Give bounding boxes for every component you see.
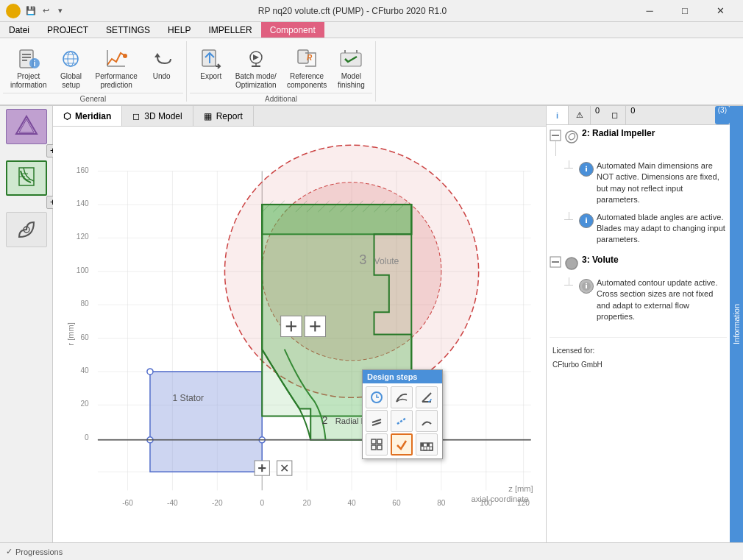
dropdown-icon[interactable]: ▾	[54, 5, 66, 17]
impeller-node-title: 2: Radial Impeller	[582, 128, 655, 138]
ribbon-section-additional: Export Batch mode/Optimization	[187, 41, 377, 102]
bottom-bar: ✓ Progressions	[0, 542, 743, 560]
ds-btn-8[interactable]	[391, 433, 413, 456]
ds-btn-1[interactable]	[366, 386, 388, 408]
svg-text:axial coordinate: axial coordinate	[471, 495, 528, 503]
svg-point-11	[123, 54, 127, 58]
error-tab[interactable]: ◻	[604, 106, 626, 124]
ribbon: i Projectinformation Globalsetup	[0, 38, 743, 106]
svg-point-137	[586, 166, 587, 168]
impeller-info-2: Automated blade angles are active. Blade…	[597, 212, 727, 246]
svg-text:60: 60	[392, 499, 401, 507]
tab-3d-model[interactable]: ◻ 3D Model	[122, 106, 193, 126]
impeller-info-1: Automated Main dimensions are NOT active…	[597, 160, 727, 206]
svg-point-140	[586, 217, 587, 219]
canvas-content: radial coordinate r [mm] 160 140 120 100…	[53, 127, 546, 542]
model-finishing-button[interactable]: Modelfinishing	[333, 44, 369, 93]
svg-text:-40: -40	[167, 499, 178, 507]
general-section-label: General	[3, 93, 183, 104]
bottom-check-icon: ✓	[6, 547, 13, 556]
menu-datei[interactable]: Datei	[0, 22, 38, 38]
menu-component[interactable]: Component	[261, 22, 324, 38]
warning-tab[interactable]: ⚠	[569, 106, 591, 124]
project-information-button[interactable]: i Projectinformation	[6, 44, 51, 93]
svg-rect-126	[377, 445, 382, 450]
export-label: Export	[200, 72, 221, 81]
ds-btn-6[interactable]	[416, 410, 438, 432]
tab-report[interactable]: ▦ Report	[193, 106, 254, 126]
warning-count: 0	[591, 106, 604, 124]
svg-text:2: 2	[321, 414, 327, 426]
performance-prediction-button[interactable]: Performanceprediction	[90, 44, 141, 93]
global-setup-button[interactable]: Globalsetup	[52, 44, 89, 93]
ds-btn-9[interactable]	[416, 433, 438, 456]
export-button[interactable]: Export	[193, 44, 230, 84]
report-icon: ▦	[204, 111, 212, 121]
batch-label: Batch mode/Optimization	[235, 72, 277, 90]
right-panel-wrapper: i ⚠ 0 ◻ 0 (3)	[546, 106, 743, 542]
tab-meridian[interactable]: ⬡ Meridian	[53, 106, 122, 126]
menu-impeller[interactable]: IMPELLER	[199, 22, 260, 38]
3d-model-label: 3D Model	[144, 111, 182, 121]
window-title: RP nq20 volute.cft (PUMP) - CFturbo 2020…	[72, 6, 633, 16]
canvas-tabs: ⬡ Meridian ◻ 3D Model ▦ Report	[53, 106, 546, 127]
svg-point-143	[566, 258, 577, 269]
menu-settings[interactable]: SETTINGS	[97, 22, 159, 38]
project-info-icon: i	[17, 47, 40, 71]
undo-label: Undo	[153, 72, 171, 81]
reference-label: Referencecomponents	[287, 72, 327, 90]
reference-components-button[interactable]: R Referencecomponents	[282, 44, 331, 93]
batch-mode-button[interactable]: Batch mode/Optimization	[231, 44, 281, 93]
finishing-label: Modelfinishing	[338, 72, 365, 90]
svg-rect-134	[566, 131, 577, 143]
ribbon-additional-items: Export Batch mode/Optimization	[190, 41, 373, 93]
volute-node-icon	[564, 256, 579, 271]
svg-text:0: 0	[85, 433, 89, 442]
ds-btn-5[interactable]	[391, 410, 413, 432]
quick-access-toolbar: 💾 ↩ ▾	[25, 5, 66, 17]
impeller-button[interactable]	[6, 160, 47, 196]
svg-text:40: 40	[347, 499, 356, 507]
maximize-button[interactable]: □	[668, 0, 702, 22]
svg-rect-128	[421, 443, 424, 447]
ds-btn-2[interactable]	[391, 386, 413, 408]
svg-text:140: 140	[77, 199, 89, 208]
information-tab[interactable]: Information	[730, 106, 743, 542]
info-tab[interactable]: i	[547, 106, 569, 124]
meridian-label: Meridian	[75, 111, 111, 121]
info-icon-1	[579, 162, 594, 177]
undo-ribbon-icon	[150, 47, 174, 71]
ds-btn-7[interactable]	[366, 433, 388, 456]
error-icon: ◻	[611, 110, 618, 120]
minimize-button[interactable]: ─	[633, 0, 666, 22]
undo-button[interactable]: Undo	[143, 44, 180, 84]
shape-button[interactable]	[6, 109, 47, 144]
export-icon	[199, 47, 223, 71]
menu-help[interactable]: HELP	[159, 22, 199, 38]
svg-text:3: 3	[359, 252, 366, 267]
svg-text:80: 80	[437, 499, 446, 507]
progressions-label[interactable]: Progressions	[15, 547, 63, 556]
meridian-canvas[interactable]: radial coordinate r [mm] 160 140 120 100…	[53, 127, 546, 542]
ds-btn-4[interactable]	[366, 410, 388, 432]
close-button[interactable]: ✕	[703, 0, 737, 22]
app-logo	[6, 4, 21, 18]
svg-rect-124	[377, 439, 382, 444]
design-steps-popup: Design steps	[362, 369, 443, 459]
svg-text:60: 60	[80, 333, 89, 341]
ds-btn-3[interactable]	[416, 386, 438, 408]
svg-text:Volute: Volute	[374, 256, 399, 266]
svg-rect-125	[372, 445, 376, 450]
save-icon[interactable]: 💾	[25, 5, 37, 17]
tree-expand-icon[interactable]	[550, 130, 561, 141]
info-icon-3	[579, 279, 594, 294]
batch-icon	[244, 47, 268, 71]
svg-rect-77	[150, 372, 262, 472]
menu-project[interactable]: PROJECT	[38, 22, 97, 38]
svg-text:i: i	[33, 60, 35, 68]
ribbon-section-general: i Projectinformation Globalsetup	[0, 41, 187, 102]
panel-badge: (3)	[715, 106, 730, 124]
tree-expand-icon-2[interactable]	[550, 256, 561, 268]
volute-button[interactable]	[6, 212, 47, 247]
undo-icon[interactable]: ↩	[40, 5, 51, 17]
